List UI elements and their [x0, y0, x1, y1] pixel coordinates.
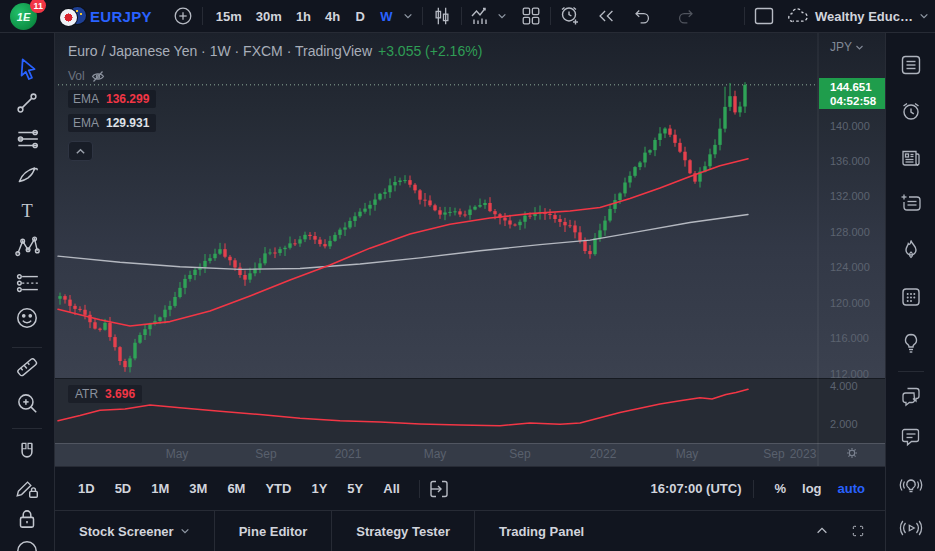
zoom-in-tool-icon[interactable] [13, 389, 41, 417]
emoji-tool-icon[interactable] [13, 304, 41, 332]
app-logo[interactable]: 1E 11 [10, 1, 44, 31]
time-tick: May [665, 447, 709, 461]
tab-stock-screener[interactable]: Stock Screener [55, 511, 214, 551]
create-alert-icon[interactable] [557, 3, 583, 29]
trend-line-tool-icon[interactable] [13, 89, 41, 117]
fib-retracement-tool-icon[interactable] [13, 125, 41, 153]
measure-ruler-icon[interactable] [13, 353, 41, 381]
news-icon[interactable] [898, 145, 924, 171]
atr-axis-tick: 2.000 [830, 417, 858, 431]
timeframe-30m[interactable]: 30m [249, 3, 289, 29]
range-5y[interactable]: 5Y [340, 477, 370, 500]
session-clock[interactable]: 16:07:00 (UTC) [650, 481, 741, 496]
bar-replay-icon[interactable] [593, 3, 619, 29]
atr-value: 3.696 [105, 387, 135, 401]
time-tick: 2022 [581, 447, 625, 461]
stay-in-drawing-mode-icon[interactable] [13, 473, 41, 501]
screener-chevron-icon [180, 526, 190, 536]
ideas-lightbulb-icon[interactable] [898, 330, 924, 356]
range-5d[interactable]: 5D [108, 477, 139, 500]
atr-axis-tick: 4.000 [830, 379, 858, 393]
jpy-flag-icon [60, 9, 77, 26]
economic-calendar-icon[interactable] [898, 284, 924, 310]
ema-indicator-row[interactable]: EMA 136.299 [68, 90, 156, 108]
tab-label: Strategy Tester [356, 524, 450, 539]
tab-pine-editor[interactable]: Pine Editor [215, 511, 332, 551]
log-scale-button[interactable]: log [794, 477, 830, 500]
range-3m[interactable]: 3M [182, 477, 214, 500]
watchlist-icon[interactable] [898, 52, 924, 78]
save-layout-frame-icon[interactable] [751, 3, 777, 29]
symbol-search-button[interactable]: EURJPY [90, 8, 152, 25]
alerts-clock-icon[interactable] [898, 98, 924, 124]
public-chats-icon[interactable] [898, 383, 924, 409]
time-tick: May [413, 447, 457, 461]
ema-indicator-row[interactable]: EMA 129.931 [68, 114, 156, 132]
currency-selector[interactable]: JPY [830, 40, 864, 54]
percent-scale-button[interactable]: % [766, 477, 794, 500]
cloud-account-menu[interactable]: Wealthy Educ… [785, 4, 929, 28]
currency-chevron-icon [855, 43, 864, 52]
collapse-legend-button[interactable] [68, 141, 93, 161]
timeframe-1h[interactable]: 1h [289, 3, 318, 29]
text-notes-icon[interactable] [898, 190, 924, 216]
private-chat-icon[interactable] [898, 424, 924, 450]
timeframe-4h[interactable]: 4h [318, 3, 347, 29]
hotlists-flame-icon[interactable] [898, 236, 924, 262]
compare-add-symbol-button[interactable] [170, 3, 196, 29]
timeframe-1w-active[interactable]: W [373, 3, 399, 29]
cursor-tool-icon[interactable] [13, 54, 41, 82]
time-tick: May [155, 447, 199, 461]
hide-drawings-eye-icon[interactable] [13, 537, 41, 551]
tab-trading-panel[interactable]: Trading Panel [475, 511, 608, 551]
price-tick: 124.000 [830, 260, 870, 274]
auto-scale-button[interactable]: auto [830, 477, 873, 500]
chart-title-row[interactable]: Euro / Japanese Yen · 1W · FXCM · Tradin… [68, 43, 482, 59]
chart-legend: Euro / Japanese Yen · 1W · FXCM · Tradin… [68, 43, 482, 161]
range-1m[interactable]: 1M [144, 477, 176, 500]
tab-strategy-tester[interactable]: Strategy Tester [332, 511, 474, 551]
brush-tool-icon[interactable] [13, 160, 41, 188]
price-tick: 128.000 [830, 225, 870, 239]
time-tick: 2021 [326, 447, 370, 461]
timeframe-15m[interactable]: 15m [209, 3, 249, 29]
axis-settings-gear-icon[interactable] [844, 445, 860, 461]
layout-grid-icon[interactable] [518, 3, 544, 29]
price-axis[interactable]: JPY 144.651 04:52:58 140.000 136.000 132… [818, 33, 885, 466]
main-chart[interactable]: Euro / Japanese Yen · 1W · FXCM · Tradin… [55, 33, 885, 466]
ema-fast-value: 136.299 [106, 92, 149, 106]
streams-ideas-icon[interactable] [898, 472, 924, 498]
maximize-panel-icon[interactable] [845, 518, 871, 544]
time-tick: 2023 [781, 447, 825, 461]
atr-indicator-row[interactable]: ATR 3.696 [68, 385, 142, 403]
timeframe-1d[interactable]: D [347, 3, 373, 29]
undo-icon[interactable] [629, 3, 655, 29]
timeframe-menu-chevron-icon[interactable] [400, 3, 416, 29]
expand-panel-chevron-icon[interactable] [809, 518, 835, 544]
go-to-date-icon[interactable] [426, 476, 452, 502]
redo-icon[interactable] [673, 3, 699, 29]
magnet-mode-icon[interactable] [13, 438, 41, 466]
time-tick: Sep [244, 447, 288, 461]
range-1d[interactable]: 1D [71, 477, 102, 500]
range-all[interactable]: All [376, 477, 407, 500]
price-tick: 140.000 [830, 119, 870, 133]
range-1y[interactable]: 1Y [304, 477, 334, 500]
top-toolbar: 1E 11 EURJPY 15m 30m 1h 4h D W [0, 0, 935, 33]
toolbar-separator [422, 7, 423, 25]
eye-hidden-icon[interactable] [90, 68, 106, 84]
text-tool-icon[interactable]: T [13, 196, 41, 224]
vol-label: Vol [68, 69, 85, 83]
live-streams-icon[interactable] [898, 515, 924, 541]
range-6m[interactable]: 6M [220, 477, 252, 500]
xabcd-pattern-tool-icon[interactable] [13, 232, 41, 260]
lock-drawings-icon[interactable] [13, 505, 41, 533]
forecast-tool-icon[interactable] [13, 268, 41, 296]
range-ytd[interactable]: YTD [258, 477, 298, 500]
toolbar-separator [753, 480, 754, 498]
drawing-toolbar: T [0, 33, 55, 551]
volume-indicator-row[interactable]: Vol [68, 68, 482, 84]
indicators-menu-chevron-icon[interactable] [494, 3, 510, 29]
indicators-button[interactable] [468, 3, 494, 29]
chart-style-candles-icon[interactable] [429, 3, 455, 29]
